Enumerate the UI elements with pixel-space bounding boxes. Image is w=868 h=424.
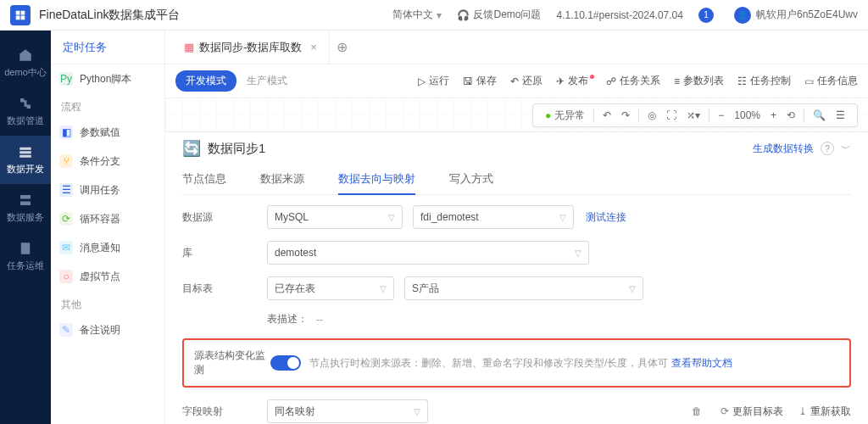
rail-pipeline[interactable]: 数据管道 <box>0 87 51 136</box>
panel-title: 数据同步1 <box>208 141 753 157</box>
zoom-in-icon[interactable]: + <box>771 109 776 121</box>
reset-zoom-icon[interactable]: ⟲ <box>787 109 795 121</box>
prod-mode[interactable]: 生产模式 <box>247 74 287 88</box>
close-tab-icon[interactable]: × <box>310 41 317 53</box>
lang-select[interactable]: 简体中文▾ <box>392 8 442 22</box>
side-group-other: 其他 <box>51 291 164 315</box>
side-group-flow: 流程 <box>51 93 164 118</box>
sidebar: 定时任务 PyPython脚本 流程 ◧参数赋值 ⑂条件分支 ☰调用任务 ⟳循环… <box>51 31 165 424</box>
canvas[interactable]: ●无异常 ↶ ↷ ◎ ⛶ ⤮▾ − 100% + ⟲ 🔍 ☰ <box>165 98 868 132</box>
ptab-0[interactable]: 节点信息 <box>182 165 226 194</box>
feedback-link[interactable]: 🎧反馈Demo问题 <box>457 8 541 22</box>
side-item-python[interactable]: PyPython脚本 <box>51 64 164 93</box>
version-text: 4.1.10.1#persist-2024.07.04 <box>557 9 683 21</box>
notif-badge[interactable]: 1 <box>698 8 719 23</box>
test-conn-link[interactable]: 测试连接 <box>586 210 626 225</box>
ptab-3[interactable]: 写入方式 <box>449 165 493 194</box>
help-icon[interactable]: ? <box>821 142 834 155</box>
refetch-action[interactable]: ⤓重新获取 <box>798 404 851 419</box>
side-item-branch[interactable]: ⑂条件分支 <box>51 147 164 176</box>
tb-name-select[interactable]: S产品▽ <box>404 276 643 300</box>
monitor-highlight: 源表结构变化监测 节点执行时检测来源表：删除、新增、重命名字段和修改字段类型/长… <box>182 338 851 388</box>
mon-label: 源表结构变化监测 <box>194 349 270 377</box>
db-select[interactable]: demotest▽ <box>267 241 589 265</box>
relations-button[interactable]: ☍任务关系 <box>606 74 660 88</box>
help-doc-link[interactable]: 查看帮助文档 <box>671 357 732 369</box>
save-button[interactable]: 🖫保存 <box>463 74 497 88</box>
ds-type-select[interactable]: MySQL▽ <box>267 205 403 229</box>
target-icon[interactable]: ◎ <box>648 109 656 121</box>
redo-icon[interactable]: ↷ <box>621 109 630 121</box>
rail-dev[interactable]: 数据开发 <box>0 136 51 184</box>
map-label: 字段映射 <box>182 404 267 419</box>
ds-label: 数据源 <box>182 210 267 225</box>
revert-button[interactable]: ↶还原 <box>510 74 542 88</box>
delete-action[interactable]: 🗑 <box>692 405 705 417</box>
tb-label: 目标表 <box>182 282 267 296</box>
rail-ops[interactable]: 任务运维 <box>0 232 51 281</box>
tb-mode-select[interactable]: 已存在表▽ <box>267 276 394 300</box>
side-item-call[interactable]: ☰调用任务 <box>51 176 164 204</box>
control-button[interactable]: ☷任务控制 <box>737 74 791 88</box>
side-item-param[interactable]: ◧参数赋值 <box>51 118 164 147</box>
collapse-icon[interactable]: ﹀ <box>841 142 851 156</box>
main-tab-0[interactable]: ▦数据同步-数据库取数× <box>172 31 330 64</box>
side-item-msg[interactable]: ✉消息通知 <box>51 233 164 262</box>
undo-icon[interactable]: ↶ <box>603 109 611 121</box>
ptab-1[interactable]: 数据来源 <box>260 165 304 194</box>
update-target[interactable]: ⟳更新目标表 <box>721 404 783 419</box>
left-rail: demo中心 数据管道 数据开发 数据服务 任务运维 <box>0 31 51 424</box>
mon-hint: 节点执行时检测来源表：删除、新增、重命名字段和修改字段类型/长度，具体可 查看帮… <box>309 356 839 371</box>
map-select[interactable]: 同名映射▽ <box>267 399 428 423</box>
params-button[interactable]: ≡参数列表 <box>674 74 724 88</box>
list-icon[interactable]: ☰ <box>836 109 845 121</box>
publish-button[interactable]: ✈发布 <box>556 74 593 88</box>
side-item-virtual[interactable]: ○虚拟节点 <box>51 262 164 291</box>
sync-icon: 🔄 <box>182 139 201 158</box>
ds-conn-select[interactable]: fdi_demotest▽ <box>413 205 574 229</box>
run-button[interactable]: ▷运行 <box>418 74 449 88</box>
db-label: 库 <box>182 246 267 260</box>
app-title: FineDataLink数据集成平台 <box>39 8 181 23</box>
float-toolbar: ●无异常 ↶ ↷ ◎ ⛶ ⤮▾ − 100% + ⟲ 🔍 ☰ <box>532 103 858 127</box>
desc-label: 表描述： <box>267 312 308 326</box>
fit-icon[interactable]: ⛶ <box>666 109 676 121</box>
search-icon[interactable]: 🔍 <box>813 109 826 121</box>
side-item-note[interactable]: ✎备注说明 <box>51 315 164 344</box>
user-menu[interactable]: 👤帆软用户6n5ZoE4Uwv <box>734 7 858 24</box>
rail-demo[interactable]: demo中心 <box>0 39 51 87</box>
ptab-2[interactable]: 数据去向与映射 <box>338 165 415 195</box>
layout-icon[interactable]: ⤮▾ <box>687 109 700 121</box>
add-tab-button[interactable]: ⊕ <box>330 35 355 60</box>
zoom-out-icon[interactable]: − <box>718 109 724 121</box>
gen-link[interactable]: 生成数据转换 <box>753 142 814 156</box>
rail-service[interactable]: 数据服务 <box>0 184 51 232</box>
desc-value: -- <box>316 314 323 326</box>
side-tab-scheduled[interactable]: 定时任务 <box>51 31 119 64</box>
monitor-toggle[interactable] <box>270 355 301 371</box>
zoom-text: 100% <box>734 109 760 121</box>
dev-mode-pill[interactable]: 开发模式 <box>175 70 236 92</box>
info-button[interactable]: ▭任务信息 <box>804 74 858 88</box>
side-item-loop[interactable]: ⟳循环容器 <box>51 204 164 233</box>
logo-icon <box>10 5 31 25</box>
status-ok: ●无异常 <box>545 109 585 123</box>
